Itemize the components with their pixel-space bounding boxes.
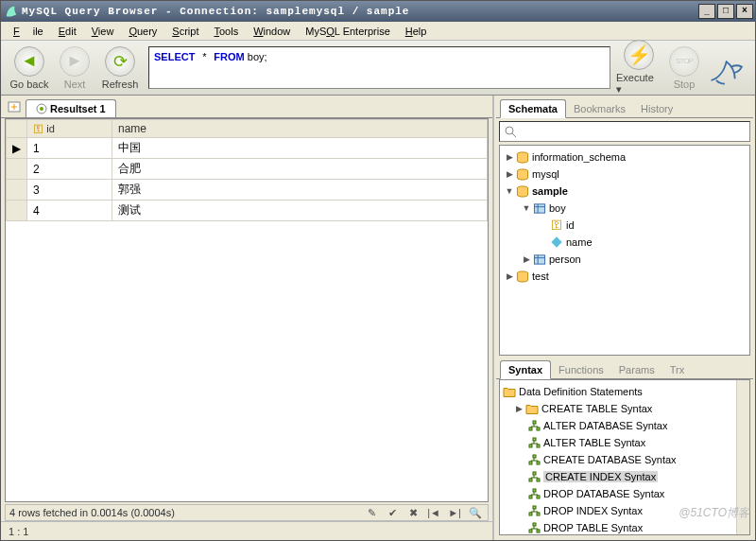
db-test[interactable]: test [532,270,549,282]
next-button[interactable]: ►Next [52,46,97,90]
svg-rect-15 [533,421,536,424]
result-grid[interactable]: ⚿ id name ▶1中国 2合肥 3郭强 4测试 [5,118,489,502]
svg-rect-28 [529,496,532,498]
search-icon[interactable]: 🔍 [467,507,484,519]
maximize-button[interactable]: □ [717,4,734,19]
column-name[interactable]: name [566,236,593,248]
svg-rect-25 [529,479,532,481]
syntax-item[interactable]: CREATE DATABASE Syntax [543,454,677,465]
tab-params[interactable]: Params [611,361,662,378]
mysql-dolphin-icon [707,46,749,89]
syntax-item[interactable]: ALTER TABLE Syntax [543,437,645,448]
execute-button[interactable]: ⚡Execute ▾ [616,40,662,96]
magnify-icon [504,125,517,138]
column-id[interactable]: id [566,219,575,231]
toolbar: ◄Go back ►Next ⟳Refresh SELECT * FROM bo… [1,41,755,96]
column-icon [549,236,564,249]
svg-point-2 [40,107,43,111]
svg-rect-35 [537,530,540,532]
window-titlebar: MySQL Query Browser - Connection: sample… [1,1,755,22]
table-row[interactable]: 3郭强 [7,180,488,201]
table-row[interactable]: 2合肥 [7,159,488,180]
new-tab-icon[interactable] [7,99,22,114]
resultset-icon [36,103,47,114]
table-row[interactable]: ▶1中国 [7,138,488,159]
svg-rect-20 [537,445,540,447]
row-header-blank [7,120,27,138]
tab-resultset[interactable]: Resultset 1 [26,99,116,117]
goback-button[interactable]: ◄Go back [7,46,52,90]
menu-script[interactable]: Script [165,24,205,39]
svg-rect-11 [534,254,544,263]
svg-rect-33 [533,523,536,526]
close-button[interactable]: × [736,4,753,19]
syntax-item-selected[interactable]: CREATE INDEX Syntax [543,471,658,482]
sql-keyword-from: FROM [214,51,244,62]
menu-tools[interactable]: Tools [207,24,245,39]
tab-bookmarks[interactable]: Bookmarks [566,100,633,117]
window-title: MySQL Query Browser - Connection: sample… [22,6,698,17]
menu-help[interactable]: Help [399,24,434,39]
tab-trx[interactable]: Trx [662,361,692,378]
svg-rect-22 [529,462,532,464]
menu-query[interactable]: Query [122,24,163,39]
minimize-button[interactable]: _ [698,4,715,19]
tab-history[interactable]: History [633,100,680,117]
stop-button[interactable]: STOPStop [662,46,707,90]
syntax-tabs: Syntax Functions Params Trx [496,358,753,379]
col-name[interactable]: name [112,120,488,138]
svg-rect-32 [537,513,540,515]
svg-rect-23 [537,462,540,464]
svg-rect-16 [529,428,532,430]
syntax-item[interactable]: DROP TABLE Syntax [543,522,643,533]
result-statusbar: 4 rows fetched in 0.0014s (0.0004s) ✎ ✔ … [5,504,489,521]
svg-rect-27 [533,489,536,492]
syntax-item[interactable]: DROP INDEX Syntax [543,505,643,516]
table-person[interactable]: person [549,253,581,265]
schema-tabs: Schemata Bookmarks History [496,97,753,118]
menu-enterprise[interactable]: MySQL Enterprise [299,24,396,39]
result-tabs: Resultset 1 [1,96,492,118]
table-boy[interactable]: boy [549,202,566,214]
sql-keyword-select: SELECT [154,51,195,62]
svg-rect-19 [529,445,532,447]
svg-rect-29 [537,496,540,498]
right-pane: Schemata Bookmarks History ▶information_… [494,96,755,540]
first-icon[interactable]: |◄ [425,507,442,518]
refresh-button[interactable]: ⟳Refresh [97,46,143,90]
svg-point-3 [506,127,513,134]
key-icon: ⚿ [549,218,564,232]
sql-editor[interactable]: SELECT * FROM boy; [148,46,610,89]
apply-icon[interactable]: ✔ [384,507,401,519]
syntax-item[interactable]: DROP DATABASE Syntax [543,488,664,499]
position-bar: 1 : 1 [1,521,492,540]
tab-syntax[interactable]: Syntax [500,360,551,379]
schema-search[interactable] [499,121,750,142]
fetch-status: 4 rows fetched in 0.0014s (0.0004s) [9,507,175,518]
table-row[interactable]: 4测试 [7,201,488,221]
menu-window[interactable]: Window [247,24,297,39]
col-id[interactable]: ⚿ id [27,120,112,138]
syntax-ddl-folder[interactable]: Data Definition Statements [519,386,643,397]
menu-bar: File Edit View Query Script Tools Window… [1,22,755,41]
db-sample[interactable]: sample [532,185,568,197]
svg-rect-24 [533,472,536,475]
syntax-item[interactable]: CREATE TABLE Syntax [541,403,652,414]
svg-rect-30 [533,506,536,509]
discard-icon[interactable]: ✖ [404,507,421,519]
svg-rect-17 [537,428,540,430]
tab-schemata[interactable]: Schemata [500,99,566,118]
menu-view[interactable]: View [85,24,121,39]
svg-rect-26 [537,479,540,481]
edit-icon[interactable]: ✎ [363,507,380,519]
schema-tree[interactable]: ▶information_schema ▶mysql ▼sample ▼boy … [499,145,750,356]
svg-rect-18 [533,438,536,441]
db-information-schema[interactable]: information_schema [532,151,626,163]
menu-file[interactable]: File [7,24,50,39]
watermark: @51CTO博客 [679,505,749,521]
syntax-item[interactable]: ALTER DATABASE Syntax [543,420,667,431]
last-icon[interactable]: ►| [446,507,463,518]
menu-edit[interactable]: Edit [52,24,83,39]
db-mysql[interactable]: mysql [532,168,559,180]
tab-functions[interactable]: Functions [551,361,611,378]
